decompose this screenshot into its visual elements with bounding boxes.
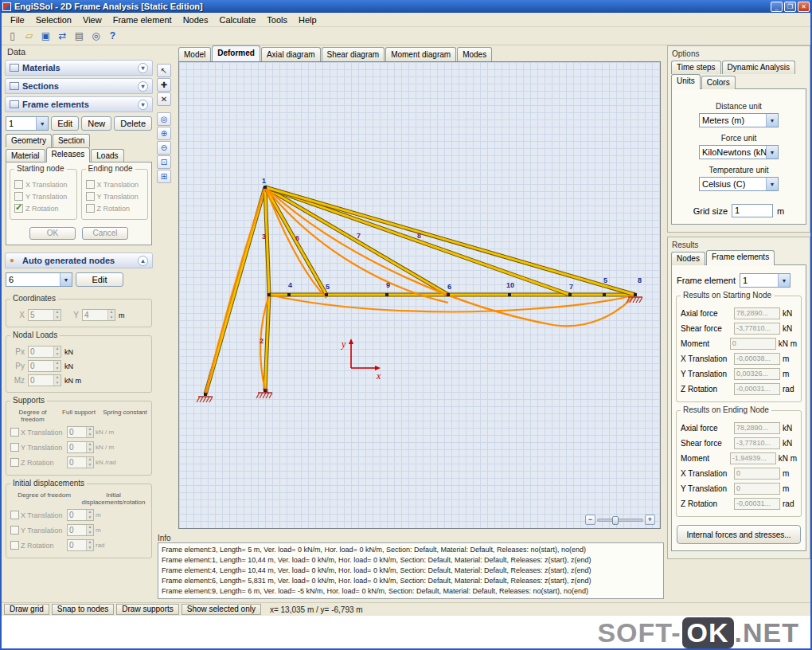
menu-help[interactable]: Help	[293, 14, 322, 25]
start-y-translation-checkbox[interactable]	[14, 192, 23, 201]
initial-x-stepper[interactable]: 0▲▼	[67, 509, 94, 521]
auto-generated-nodes-header[interactable]: ● Auto generated nodes ▴	[5, 253, 153, 268]
show-selected-only-toggle[interactable]: Show selected only	[182, 604, 261, 615]
chevron-down-icon[interactable]: ▼	[766, 114, 778, 127]
zoom-window-icon[interactable]: ⊞	[157, 170, 171, 183]
zoom-slider[interactable]	[597, 519, 643, 522]
zoom-slider-thumb[interactable]	[612, 516, 619, 525]
chevron-down-icon[interactable]: ▼	[766, 146, 778, 159]
py-stepper[interactable]: 0▲▼	[28, 360, 61, 372]
chevron-down-icon[interactable]: ▼	[778, 274, 790, 287]
open-file-icon[interactable]: ▱	[21, 29, 37, 43]
save-icon[interactable]: ▣	[38, 29, 53, 43]
zoom-minus-button[interactable]: −	[585, 515, 595, 525]
tab-material[interactable]: Material	[6, 149, 45, 162]
support-y-stepper[interactable]: 0▲▼	[67, 441, 94, 453]
y-coordinate-stepper[interactable]: 4▲▼	[82, 309, 115, 321]
tab-units[interactable]: Units	[671, 74, 701, 89]
node-edit-button[interactable]: Edit	[76, 272, 123, 287]
zoom-in-icon[interactable]: ⊕	[157, 127, 171, 140]
new-button[interactable]: New	[81, 116, 111, 131]
support-x-checkbox[interactable]	[10, 428, 19, 437]
support-z-stepper[interactable]: 0▲▼	[67, 456, 94, 468]
end-y-translation-checkbox[interactable]	[86, 192, 95, 201]
tab-colors[interactable]: Colors	[701, 76, 736, 89]
tab-releases[interactable]: Releases	[46, 147, 91, 162]
tab-frame-elements-results[interactable]: Frame elements	[706, 250, 775, 265]
zoom-plus-button[interactable]: +	[645, 515, 655, 525]
add-node-icon[interactable]: ✚	[157, 78, 171, 92]
tab-nodes-results[interactable]: Nodes	[671, 252, 705, 265]
initial-z-stepper[interactable]: 0▲▼	[67, 539, 94, 551]
language-icon[interactable]: ⇄	[55, 29, 70, 43]
draw-supports-toggle[interactable]: Draw supports	[116, 604, 178, 615]
px-stepper[interactable]: 0▲▼	[28, 346, 61, 358]
print-icon[interactable]: ▤	[72, 29, 87, 43]
initial-x-checkbox[interactable]	[10, 511, 19, 519]
select-icon[interactable]: ↖	[157, 64, 171, 77]
tab-shear-diagram[interactable]: Shear diagram	[322, 47, 385, 61]
grid-size-input[interactable]: 1	[732, 204, 773, 217]
start-x-translation-checkbox[interactable]	[14, 180, 23, 189]
initial-y-stepper[interactable]: 0▲▼	[67, 524, 94, 536]
end-x-translation-checkbox[interactable]	[86, 180, 95, 189]
help-icon[interactable]: ?	[105, 29, 120, 43]
materials-section-header[interactable]: Materials ▾	[5, 60, 153, 76]
initial-z-checkbox[interactable]	[10, 541, 19, 550]
tab-geometry[interactable]: Geometry	[6, 134, 52, 147]
frame-elements-section-header[interactable]: Frame elements ▾	[5, 96, 153, 112]
properties-icon[interactable]: ◎	[157, 112, 171, 126]
cancel-button[interactable]: Cancel	[82, 227, 128, 240]
maximize-button[interactable]: ❐	[784, 2, 796, 12]
chevron-down-icon[interactable]: ▾	[138, 81, 148, 92]
tab-dynamic-analysis[interactable]: Dynamic Analysis	[722, 61, 795, 74]
draw-grid-toggle[interactable]: Draw grid	[4, 604, 49, 615]
x-coordinate-stepper[interactable]: 5▲▼	[28, 309, 61, 321]
menu-view[interactable]: View	[77, 14, 107, 25]
chevron-down-icon[interactable]: ▼	[36, 117, 48, 130]
chevron-down-icon[interactable]: ▾	[138, 63, 148, 73]
internal-forces-button[interactable]: Internal forces and stresses...	[677, 525, 801, 544]
chevron-down-icon[interactable]: ▾	[138, 100, 148, 110]
distance-unit-select[interactable]: Meters (m)▼	[699, 113, 779, 127]
tab-section[interactable]: Section	[53, 134, 90, 147]
temperature-unit-select[interactable]: Celsius (C)▼	[699, 177, 779, 191]
frame-element-select[interactable]: 1 ▼	[6, 116, 49, 131]
force-unit-select[interactable]: KiloNewtons (kN)▼	[699, 145, 779, 159]
delete-button[interactable]: Delete	[114, 116, 152, 131]
support-z-checkbox[interactable]	[10, 458, 19, 467]
menu-frame-element[interactable]: Frame element	[107, 14, 178, 25]
tab-model[interactable]: Model	[178, 47, 211, 61]
sections-section-header[interactable]: Sections ▾	[5, 78, 153, 94]
chevron-down-icon[interactable]: ▼	[60, 273, 72, 286]
tab-loads[interactable]: Loads	[91, 149, 123, 162]
drawing-canvas[interactable]: 1459610758367823xy − +	[178, 61, 661, 529]
tab-deformed[interactable]: Deformed	[212, 45, 260, 61]
tab-time-steps[interactable]: Time steps	[671, 61, 721, 74]
print-preview-icon[interactable]: ◎	[88, 29, 103, 43]
initial-y-checkbox[interactable]	[10, 526, 19, 534]
close-button[interactable]: ✕	[798, 2, 810, 12]
zoom-out-icon[interactable]: ⊖	[157, 141, 171, 155]
mz-stepper[interactable]: 0▲▼	[28, 374, 61, 386]
frame-element-result-select[interactable]: 1▼	[740, 273, 791, 288]
menu-file[interactable]: File	[5, 14, 30, 25]
tab-modes[interactable]: Modes	[457, 47, 492, 61]
zoom-extents-icon[interactable]: ⊡	[157, 155, 171, 169]
minimize-button[interactable]: _	[771, 2, 783, 12]
chevron-down-icon[interactable]: ▼	[766, 178, 778, 190]
tab-axial-diagram[interactable]: Axial diagram	[261, 47, 321, 61]
menu-nodes[interactable]: Nodes	[178, 14, 214, 25]
edit-button[interactable]: Edit	[51, 116, 79, 131]
menu-tools[interactable]: Tools	[261, 14, 293, 25]
start-z-rotation-checkbox[interactable]	[14, 204, 23, 213]
chevron-up-icon[interactable]: ▴	[138, 256, 148, 266]
ok-button[interactable]: OK	[29, 227, 76, 240]
support-x-stepper[interactable]: 0▲▼	[67, 426, 94, 438]
tab-moment-diagram[interactable]: Moment diagram	[385, 47, 456, 61]
support-y-checkbox[interactable]	[10, 443, 19, 452]
node-select[interactable]: 6 ▼	[6, 272, 72, 287]
menu-selection[interactable]: Selection	[30, 14, 77, 25]
new-file-icon[interactable]: ▯	[5, 29, 20, 43]
delete-element-icon[interactable]: ✕	[157, 92, 171, 106]
